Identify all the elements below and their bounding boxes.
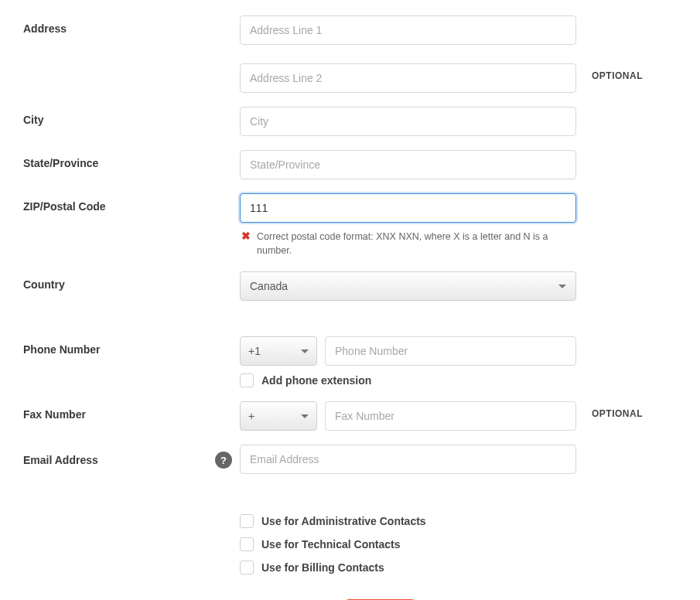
zip-error-text: Correct postal code format: XNX NXN, whe… [257,230,575,257]
fax-optional-tag: OPTIONAL [576,401,677,419]
phone-ext-row: Add phone extension [23,373,677,387]
help-icon[interactable]: ? [215,452,232,469]
address-row: Address [23,15,677,45]
country-row: Country Canada [23,271,677,301]
email-row: Email Address ? [23,445,677,474]
tech-contacts-label: Use for Technical Contacts [261,538,400,551]
zip-row: ZIP/Postal Code ✖ Correct postal code fo… [23,193,677,257]
fax-country-code-select[interactable]: + [240,401,317,431]
address-line-2-input[interactable] [240,63,576,93]
chevron-down-icon [558,285,566,288]
error-icon: ✖ [241,230,251,241]
country-select-value: Canada [250,280,288,292]
admin-contacts-checkbox[interactable] [240,514,254,528]
phone-row: Phone Number +1 [23,336,677,366]
country-label: Country [23,271,240,291]
chevron-down-icon [301,414,309,418]
phone-country-code-select[interactable]: +1 [240,336,317,366]
city-row: City [23,107,677,136]
phone-extension-label: Add phone extension [261,374,371,387]
zip-input[interactable] [240,193,576,223]
country-select[interactable]: Canada [240,271,576,301]
address-label: Address [23,15,240,35]
phone-input[interactable] [325,336,576,366]
address2-row: OPTIONAL [23,63,677,93]
address2-optional-tag: OPTIONAL [576,63,677,81]
city-label: City [23,107,240,126]
contacts-checkboxes-row: Use for Administrative Contacts Use for … [23,510,677,574]
fax-row: Fax Number + OPTIONAL [23,401,677,431]
zip-error: ✖ Correct postal code format: XNX NXN, w… [240,230,576,257]
zip-label: ZIP/Postal Code [23,193,240,213]
state-label: State/Province [23,150,240,169]
fax-code-value: + [248,410,254,422]
tech-contacts-checkbox[interactable] [240,537,254,551]
phone-extension-checkbox[interactable] [240,373,254,387]
fax-label: Fax Number [23,401,240,421]
state-input[interactable] [240,150,576,179]
state-row: State/Province [23,150,677,179]
email-label: Email Address [23,454,98,466]
chevron-down-icon [301,349,309,353]
phone-code-value: +1 [248,345,261,357]
email-label-wrap: Email Address ? [23,445,240,469]
address-line-1-input[interactable] [240,15,576,45]
billing-contacts-label: Use for Billing Contacts [261,561,384,574]
admin-contacts-label: Use for Administrative Contacts [261,515,426,527]
billing-contacts-checkbox[interactable] [240,561,254,574]
fax-input[interactable] [325,401,576,431]
email-input[interactable] [240,445,576,474]
city-input[interactable] [240,107,576,136]
phone-label: Phone Number [23,336,240,356]
